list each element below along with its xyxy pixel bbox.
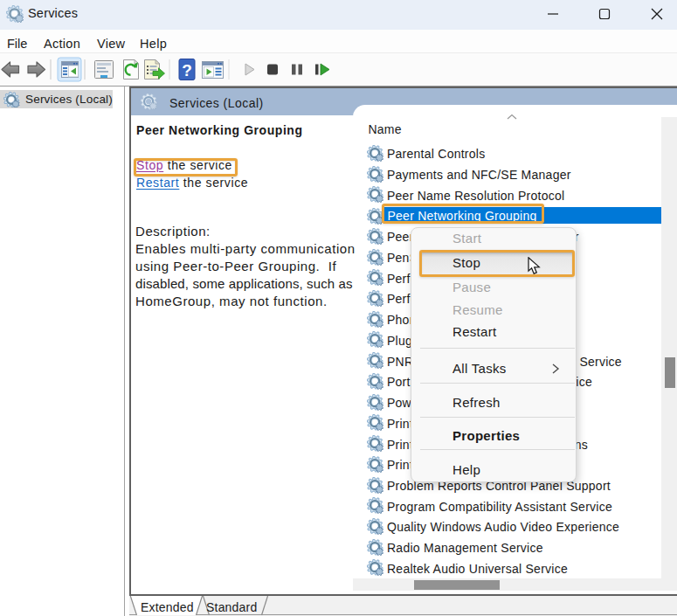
svg-text:?: ? [182, 61, 192, 80]
